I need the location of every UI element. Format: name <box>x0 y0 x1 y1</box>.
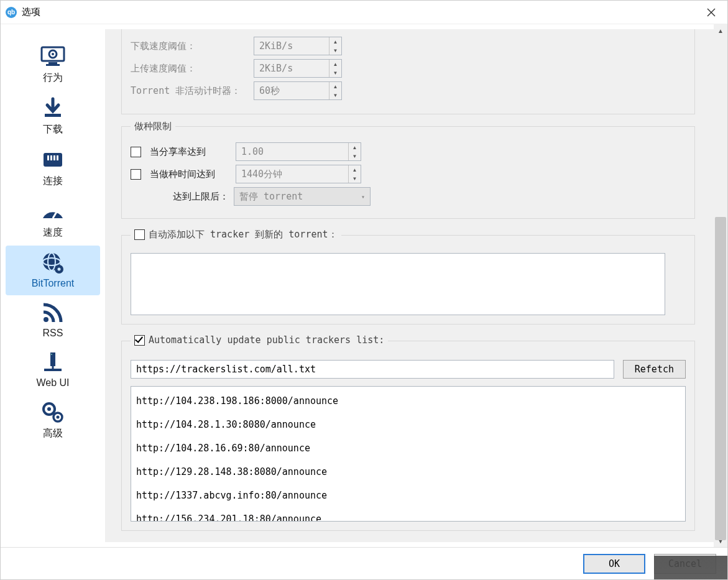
auto-update-trackers-group: Automatically update public trackers lis… <box>121 334 695 531</box>
spin-down-icon: ▼ <box>349 174 361 183</box>
ratio-value <box>236 144 348 160</box>
svg-point-22 <box>44 317 48 322</box>
sidebar-item-rss[interactable]: RSS <box>6 295 100 345</box>
tracker-row: http://104.238.198.186:8000/announce <box>131 392 685 415</box>
tracker-row: http://156.234.201.18:80/announce <box>131 510 685 522</box>
sidebar-label: 下载 <box>43 123 63 136</box>
gauge-icon <box>39 198 67 225</box>
sidebar-item-downloads[interactable]: 下载 <box>6 91 100 142</box>
spin-up-icon: ▲ <box>329 37 341 46</box>
auto-add-trackers-group: 自动添加以下 tracker 到新的 torrent： <box>121 229 695 325</box>
ul-threshold-value <box>254 60 329 76</box>
server-icon <box>40 349 65 376</box>
spin-up-icon: ▲ <box>329 60 341 68</box>
auto-add-textarea[interactable] <box>131 253 665 315</box>
spin-down-icon: ▼ <box>329 91 341 99</box>
spin-down-icon: ▼ <box>329 46 341 55</box>
seeding-legend: 做种限制 <box>131 121 175 132</box>
then-label: 达到上限后： <box>159 191 229 203</box>
trackers-url-input[interactable] <box>131 360 614 379</box>
sidebar-label: Web UI <box>36 377 69 389</box>
auto-add-label: 自动添加以下 tracker 到新的 torrent： <box>149 229 338 241</box>
ratio-spin: ▲▼ <box>236 142 361 161</box>
svg-point-15 <box>57 209 59 212</box>
svg-point-28 <box>47 407 51 411</box>
spin-up-icon: ▲ <box>349 143 361 152</box>
tracker-row: http://1337.abcvg.info:80/announce <box>131 486 685 510</box>
sidebar-item-advanced[interactable]: 高级 <box>6 395 100 446</box>
ok-button[interactable]: OK <box>583 554 645 574</box>
scroll-thumb[interactable] <box>715 217 726 540</box>
app-icon: qb <box>6 7 17 18</box>
tracker-row: http://129.28.148.38:8080/announce <box>131 463 685 486</box>
inactivity-label: Torrent 非活动计时器： <box>131 85 249 97</box>
ratio-checkbox[interactable] <box>131 147 141 157</box>
titlebar: qb 选项 <box>1 1 727 24</box>
seedtime-spin: ▲▼ <box>236 165 361 183</box>
inactivity-value <box>254 83 329 99</box>
svg-point-13 <box>47 209 49 212</box>
sidebar-item-speed[interactable]: 速度 <box>6 194 100 246</box>
download-icon <box>40 94 66 122</box>
svg-point-30 <box>57 416 60 419</box>
content-pane: 下载速度阈值： ▲▼ 上传速度阈值： ▲▼ <box>105 29 714 542</box>
sidebar-label: RSS <box>43 328 63 339</box>
spin-down-icon: ▼ <box>329 68 341 77</box>
dl-threshold-label: 下载速度阈值： <box>131 40 249 52</box>
ul-threshold-spin: ▲▼ <box>254 59 342 78</box>
dl-threshold-value <box>254 38 329 54</box>
svg-rect-7 <box>45 114 61 117</box>
sidebar: 行为 下载 连接 速度 <box>1 24 105 547</box>
svg-rect-8 <box>44 153 62 167</box>
seeding-limits-group: 做种限制 当分享率达到 ▲▼ 当做种时间达到 <box>121 121 695 219</box>
sidebar-label: 高级 <box>43 427 63 440</box>
content-scrollbar[interactable]: ▲ ▼ <box>714 24 727 547</box>
sidebar-label: 速度 <box>43 226 63 239</box>
seedtime-value <box>236 166 348 182</box>
scroll-track[interactable] <box>714 37 727 535</box>
dl-threshold-spin: ▲▼ <box>254 37 342 55</box>
tracker-row: http://104.28.16.69:80/announce <box>131 439 685 463</box>
sidebar-label: 连接 <box>43 175 63 188</box>
ul-threshold-label: 上传速度阈值： <box>131 63 249 75</box>
thresholds-group: 下载速度阈值： ▲▼ 上传速度阈值： ▲▼ <box>121 29 695 114</box>
monitor-gear-icon <box>40 43 66 70</box>
rss-icon <box>40 299 65 326</box>
svg-rect-25 <box>44 369 62 371</box>
svg-rect-3 <box>48 62 57 64</box>
auto-add-checkbox[interactable] <box>134 229 145 240</box>
trackers-list[interactable]: http://104.238.198.186:8000/announce htt… <box>131 386 686 522</box>
then-action-select: 暂停 torrent ▾ <box>234 187 371 206</box>
tracker-row: http://104.28.1.30:8080/announce <box>131 415 685 439</box>
sidebar-label: BitTorrent <box>32 278 74 289</box>
scroll-up-icon[interactable]: ▲ <box>714 24 727 37</box>
gears-icon <box>39 398 67 426</box>
svg-rect-24 <box>51 354 52 355</box>
auto-update-label: Automatically update public trackers lis… <box>149 334 384 346</box>
svg-point-14 <box>52 206 54 209</box>
close-button[interactable] <box>700 4 722 21</box>
seedtime-checkbox[interactable] <box>131 169 141 180</box>
sidebar-label: 行为 <box>43 71 63 85</box>
then-action-value: 暂停 torrent <box>239 191 303 203</box>
svg-rect-9 <box>47 155 49 160</box>
sidebar-item-bittorrent[interactable]: BitTorrent <box>6 246 100 295</box>
close-icon <box>707 8 716 17</box>
resize-grip-shadow <box>654 556 727 579</box>
ratio-label: 当分享率达到 <box>150 146 231 158</box>
dialog-footer: OK Cancel <box>1 547 727 579</box>
window-title: 选项 <box>22 6 40 18</box>
refetch-button[interactable]: Refetch <box>623 360 686 379</box>
svg-point-6 <box>52 53 54 55</box>
svg-rect-4 <box>46 64 60 66</box>
sidebar-item-behavior[interactable]: 行为 <box>6 39 100 91</box>
sidebar-item-webui[interactable]: Web UI <box>6 345 100 395</box>
auto-update-checkbox[interactable] <box>134 335 145 346</box>
options-window: qb 选项 行为 下载 <box>0 0 728 580</box>
sidebar-item-connection[interactable]: 连接 <box>6 142 100 194</box>
globe-gear-icon <box>39 249 67 277</box>
spin-down-icon: ▼ <box>349 152 361 160</box>
ethernet-icon <box>40 146 66 173</box>
chevron-down-icon: ▾ <box>361 193 365 200</box>
svg-rect-10 <box>50 155 52 160</box>
